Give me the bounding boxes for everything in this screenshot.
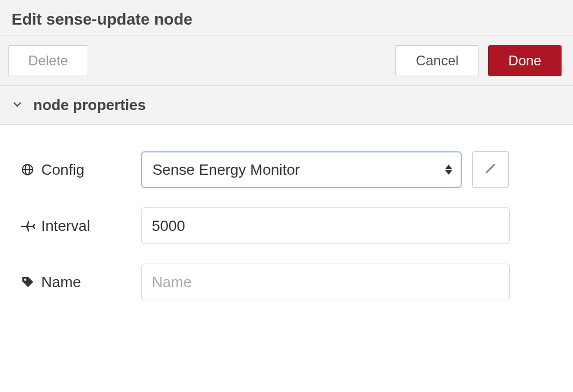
interval-input[interactable] [141, 207, 510, 244]
label-interval-text: Interval [41, 217, 90, 235]
pencil-icon [484, 162, 497, 177]
select-caret-icon [445, 163, 453, 177]
svg-point-3 [24, 279, 26, 281]
plane-icon [21, 219, 38, 232]
section-header[interactable]: node properties [0, 86, 573, 125]
label-name-text: Name [41, 273, 81, 291]
label-name: Name [21, 273, 141, 291]
dialog-header: Edit sense-update node [0, 0, 573, 36]
row-name: Name [21, 264, 552, 300]
label-config-text: Config [41, 161, 84, 179]
done-button[interactable]: Done [488, 45, 562, 76]
form-area: Config Sense Energy Monitor [0, 125, 573, 337]
label-config: Config [21, 161, 141, 179]
delete-button[interactable]: Delete [8, 45, 88, 76]
chevron-down-icon [13, 100, 25, 111]
config-select[interactable]: Sense Energy Monitor [141, 151, 462, 188]
name-input[interactable] [141, 264, 510, 300]
config-select-value: Sense Energy Monitor [152, 161, 300, 179]
cancel-button[interactable]: Cancel [395, 45, 479, 76]
row-interval: Interval [21, 207, 552, 244]
tag-icon [21, 275, 38, 289]
row-config: Config Sense Energy Monitor [21, 151, 552, 188]
action-bar: Delete Cancel Done [0, 36, 573, 86]
edit-config-button[interactable] [472, 151, 509, 188]
dialog-title: Edit sense-update node [11, 10, 562, 29]
globe-icon [21, 163, 38, 177]
label-interval: Interval [21, 217, 141, 235]
section-title: node properties [33, 96, 146, 114]
